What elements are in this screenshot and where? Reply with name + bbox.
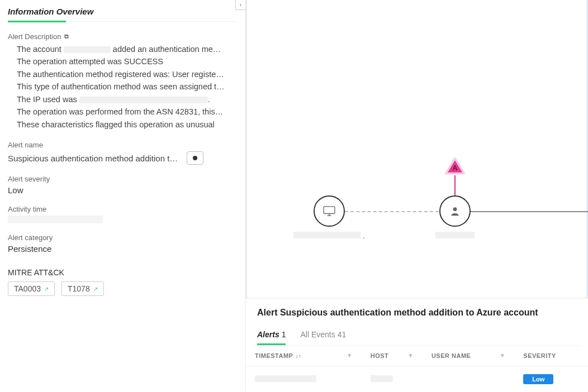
alert-name-label: Alert name <box>8 141 238 149</box>
tab-alerts[interactable]: Alerts1 <box>257 330 286 345</box>
col-host[interactable]: HOST▼ <box>362 346 423 366</box>
list-item: The operation was performed from the ASN… <box>17 106 238 118</box>
list-item: This type of authentication method was s… <box>17 80 238 93</box>
alert-marker[interactable]: A <box>445 157 465 175</box>
severity-badge: Low <box>523 374 553 384</box>
view-alert-button[interactable] <box>187 151 203 165</box>
info-sidebar: ‹ Information Overview Alert Description… <box>0 0 246 392</box>
graph-edge-dashed <box>345 211 439 212</box>
graph-user-label <box>410 231 500 240</box>
sort-icon: ↓↑ <box>295 353 301 359</box>
filter-icon[interactable]: ▼ <box>500 352 505 358</box>
alert-description-label: Alert Description ⧉ <box>8 32 238 41</box>
mitre-label: MITRE ATT&CK <box>8 268 238 277</box>
panel-title: Information Overview <box>8 4 238 21</box>
alert-name-value: Suspicious authentication method additio… <box>8 154 181 163</box>
list-item: The operation attempted was SUCCESS <box>17 55 238 68</box>
graph-area[interactable]: A . <box>246 0 588 298</box>
table-row[interactable]: Low <box>246 366 588 393</box>
user-icon <box>449 205 461 217</box>
list-item: The authentication method registered was… <box>17 68 238 80</box>
activity-time-value <box>8 216 103 223</box>
activity-time-label: Activity time <box>8 205 238 213</box>
graph-node-host[interactable] <box>314 195 345 227</box>
mitre-badge-t1078[interactable]: T1078↗ <box>61 281 104 296</box>
list-item: These characteristics flagged this opera… <box>17 118 238 131</box>
alert-description-list: The account added an authentication me… … <box>8 43 238 131</box>
col-user[interactable]: USER NAME▼ <box>423 346 514 366</box>
external-link-icon: ↗ <box>44 286 49 292</box>
alert-connector <box>454 175 456 195</box>
main-area: A . Alert Suspicious authentication meth… <box>246 0 588 392</box>
expand-description-icon[interactable]: ⧉ <box>64 33 69 40</box>
detail-tabs: Alerts1 All Events41 <box>246 323 588 345</box>
col-severity[interactable]: SEVERITY <box>514 346 588 366</box>
graph-host-label: . <box>284 231 374 240</box>
monitor-icon <box>323 206 335 216</box>
graph-node-user[interactable] <box>439 195 471 227</box>
graph-edge-solid <box>471 211 588 212</box>
svg-rect-1 <box>324 207 335 214</box>
eye-icon <box>193 156 197 160</box>
col-timestamp[interactable]: TIMESTAMP↓↑▼ <box>246 346 362 366</box>
collapse-sidebar-button[interactable]: ‹ <box>235 0 245 10</box>
detail-heading: Alert Suspicious authentication method a… <box>246 299 588 323</box>
alert-category-label: Alert category <box>8 233 238 242</box>
svg-point-4 <box>453 207 457 211</box>
alert-severity-value: Low <box>8 185 238 195</box>
alerts-table: TIMESTAMP↓↑▼ HOST▼ USER NAME▼ SEVERITY L… <box>246 346 588 392</box>
detail-panel: Alert Suspicious authentication method a… <box>246 298 588 392</box>
alert-severity-label: Alert severity <box>8 175 238 183</box>
filter-icon[interactable]: ▼ <box>347 352 352 358</box>
list-item: The IP used was . <box>17 93 238 106</box>
external-link-icon: ↗ <box>93 286 98 292</box>
alert-category-value: Persistence <box>8 244 238 254</box>
filter-icon[interactable]: ▼ <box>408 352 414 358</box>
tab-all-events[interactable]: All Events41 <box>300 330 346 345</box>
mitre-badge-ta0003[interactable]: TA0003↗ <box>8 281 55 296</box>
svg-text:A: A <box>453 164 458 172</box>
list-item: The account added an authentication me… <box>17 43 238 55</box>
